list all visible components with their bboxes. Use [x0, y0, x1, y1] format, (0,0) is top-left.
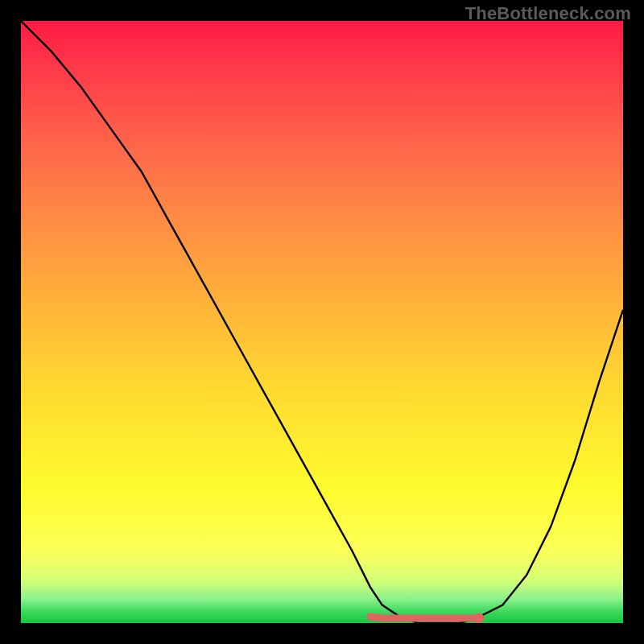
trough-accent-line: [370, 617, 481, 618]
bottleneck-curve: [21, 21, 623, 623]
trough-end-dot: [473, 613, 484, 624]
chart-overlay: [21, 21, 623, 623]
